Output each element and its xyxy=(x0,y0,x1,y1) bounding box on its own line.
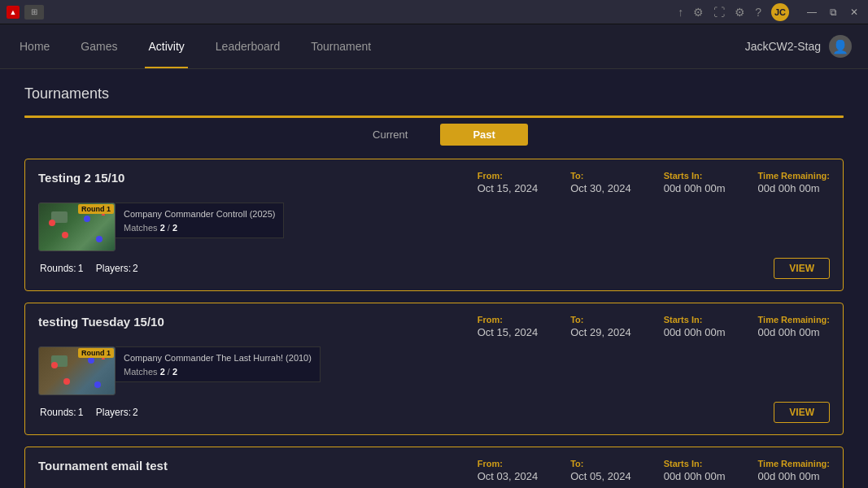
game-title-1: Company Commander Controll (2025) xyxy=(124,208,275,220)
matches-info-1: Matches 2 / 2 xyxy=(124,223,275,233)
nav-right: JackCW2-Stag 👤 xyxy=(745,35,852,58)
tournament-card-2: testing Tuesday 15/10 From: Oct 15, 2024… xyxy=(24,303,844,435)
remaining-label-3: Time Remaining: xyxy=(758,459,830,468)
title-bar-left: ▲ ⊞ xyxy=(7,5,44,20)
gear-icon[interactable]: ⚙ xyxy=(735,6,745,19)
card-header-2: testing Tuesday 15/10 From: Oct 15, 2024… xyxy=(38,315,830,338)
to-label-1: To: xyxy=(570,171,630,181)
help-icon[interactable]: ? xyxy=(755,6,761,19)
nav-bar: Home Games Activity Leaderboard Tourname… xyxy=(0,24,868,69)
tournament-title-1: Testing 2 15/10 xyxy=(38,171,124,185)
starts-value-3: 00d 00h 00m xyxy=(664,470,726,482)
starts-value-1: 00d 00h 00m xyxy=(664,182,726,194)
title-bar: ▲ ⊞ ↑ ⚙ ⛶ ⚙ ? JC — ⧉ ✕ xyxy=(0,0,868,24)
card-body-2: Round 1 Company Commander The Last Hurra… xyxy=(38,346,830,395)
game-info-2: Company Commander The Last Hurrah! (2010… xyxy=(116,346,321,382)
arrow-up-icon: ↑ xyxy=(678,6,683,19)
card-meta-1: From: Oct 15, 2024 To: Oct 30, 2024 Star… xyxy=(478,171,830,194)
card-body-1: Round 1 Company Commander Controll (2025… xyxy=(38,203,830,251)
remaining-label-2: Time Remaining: xyxy=(758,315,830,325)
meta-from-2: From: Oct 15, 2024 xyxy=(478,315,538,338)
nav-tournament[interactable]: Tournament xyxy=(308,24,374,68)
app-icon: ▲ xyxy=(7,6,20,19)
close-button[interactable]: ✕ xyxy=(847,7,861,18)
meta-starts-1: Starts In: 00d 00h 00m xyxy=(664,171,726,194)
meta-to-2: To: Oct 29, 2024 xyxy=(570,315,630,338)
tab-buttons: Current Past xyxy=(24,115,844,146)
tab-past[interactable]: Past xyxy=(440,124,527,146)
main-content: Tournaments Current Past Testing 2 15/10… xyxy=(0,69,868,488)
tab-orange-line xyxy=(24,115,844,118)
game-info-1: Company Commander Controll (2025) Matche… xyxy=(116,203,284,238)
game-thumbnail-wrap-2: Round 1 xyxy=(38,346,116,395)
starts-label-2: Starts In: xyxy=(664,315,726,325)
nav-leaderboard[interactable]: Leaderboard xyxy=(212,24,283,68)
meta-starts-3: Starts In: 00d 00h 00m xyxy=(664,459,726,482)
user-avatar-nav[interactable]: 👤 xyxy=(829,35,852,58)
expand-icon[interactable]: ⛶ xyxy=(713,6,725,19)
meta-remaining-2: Time Remaining: 00d 00h 00m xyxy=(758,315,830,338)
starts-label-1: Starts In: xyxy=(664,171,726,181)
to-value-2: Oct 29, 2024 xyxy=(570,326,630,338)
tournament-card-1: Testing 2 15/10 From: Oct 15, 2024 To: O… xyxy=(24,159,844,291)
card-stats-1: Rounds:1 Players:2 xyxy=(38,263,138,274)
card-meta-2: From: Oct 15, 2024 To: Oct 29, 2024 Star… xyxy=(478,315,830,338)
remaining-label-1: Time Remaining: xyxy=(758,171,830,181)
starts-value-2: 00d 00h 00m xyxy=(664,326,726,338)
to-value-1: Oct 30, 2024 xyxy=(570,182,630,194)
from-value-1: Oct 15, 2024 xyxy=(478,182,538,194)
tournament-title-2: testing Tuesday 15/10 xyxy=(38,315,164,329)
settings-icon[interactable]: ⚙ xyxy=(693,6,704,19)
meta-from-3: From: Oct 03, 2024 xyxy=(478,459,538,482)
remaining-value-1: 00d 00h 00m xyxy=(758,182,830,194)
from-label-2: From: xyxy=(478,315,538,325)
meta-starts-2: Starts In: 00d 00h 00m xyxy=(664,315,726,338)
remaining-value-3: 00d 00h 00m xyxy=(758,470,830,482)
sys-icons: ↑ ⚙ ⛶ ⚙ ? JC xyxy=(678,3,789,21)
to-label-2: To: xyxy=(570,315,630,325)
meta-to-3: To: Oct 05, 2024 xyxy=(570,459,630,482)
tournament-title-3: Tournament email test xyxy=(38,459,168,473)
to-label-3: To: xyxy=(570,459,630,468)
card-meta-3: From: Oct 03, 2024 To: Oct 05, 2024 Star… xyxy=(478,459,830,482)
meta-remaining-3: Time Remaining: 00d 00h 00m xyxy=(758,459,830,482)
user-avatar-titlebar[interactable]: JC xyxy=(771,3,789,21)
nav-home[interactable]: Home xyxy=(16,24,53,68)
card-footer-1: Rounds:1 Players:2 VIEW xyxy=(38,258,830,279)
to-value-3: Oct 05, 2024 xyxy=(570,470,630,482)
nav-activity[interactable]: Activity xyxy=(145,24,187,68)
from-label-3: From: xyxy=(478,459,538,468)
tab-current[interactable]: Current xyxy=(340,124,440,146)
starts-label-3: Starts In: xyxy=(664,459,726,468)
card-footer-2: Rounds:1 Players:2 VIEW xyxy=(38,402,830,423)
maximize-button[interactable]: ⧉ xyxy=(827,7,840,18)
minimize-button[interactable]: — xyxy=(804,7,820,18)
from-value-3: Oct 03, 2024 xyxy=(478,470,538,482)
card-header-1: Testing 2 15/10 From: Oct 15, 2024 To: O… xyxy=(38,171,830,194)
game-title-2: Company Commander The Last Hurrah! (2010… xyxy=(124,352,312,364)
nav-username: JackCW2-Stag xyxy=(745,40,821,53)
game-thumbnail-wrap-1: Round 1 xyxy=(38,203,116,251)
card-header-3: Tournament email test From: Oct 03, 2024… xyxy=(38,459,830,482)
page-title: Tournaments xyxy=(24,85,844,102)
meta-remaining-1: Time Remaining: 00d 00h 00m xyxy=(758,171,830,194)
view-button-1[interactable]: VIEW xyxy=(774,258,830,279)
window-buttons: — ⧉ ✕ xyxy=(804,7,861,18)
card-stats-2: Rounds:1 Players:2 xyxy=(38,407,138,418)
nav-games[interactable]: Games xyxy=(77,24,120,68)
remaining-value-2: 00d 00h 00m xyxy=(758,326,830,338)
tournament-card-3: Tournament email test From: Oct 03, 2024… xyxy=(24,447,844,488)
from-label-1: From: xyxy=(478,171,538,181)
round-badge-2: Round 1 xyxy=(78,348,114,358)
view-button-2[interactable]: VIEW xyxy=(774,402,830,423)
app-tab[interactable]: ⊞ xyxy=(24,5,44,20)
nav-links: Home Games Activity Leaderboard Tourname… xyxy=(16,24,374,68)
round-badge-1: Round 1 xyxy=(78,204,114,214)
meta-from-1: From: Oct 15, 2024 xyxy=(478,171,538,194)
meta-to-1: To: Oct 30, 2024 xyxy=(570,171,630,194)
tab-bar-container: Current Past xyxy=(24,115,844,146)
matches-info-2: Matches 2 / 2 xyxy=(124,367,312,377)
from-value-2: Oct 15, 2024 xyxy=(478,326,538,338)
title-bar-controls: ↑ ⚙ ⛶ ⚙ ? JC — ⧉ ✕ xyxy=(678,3,861,21)
